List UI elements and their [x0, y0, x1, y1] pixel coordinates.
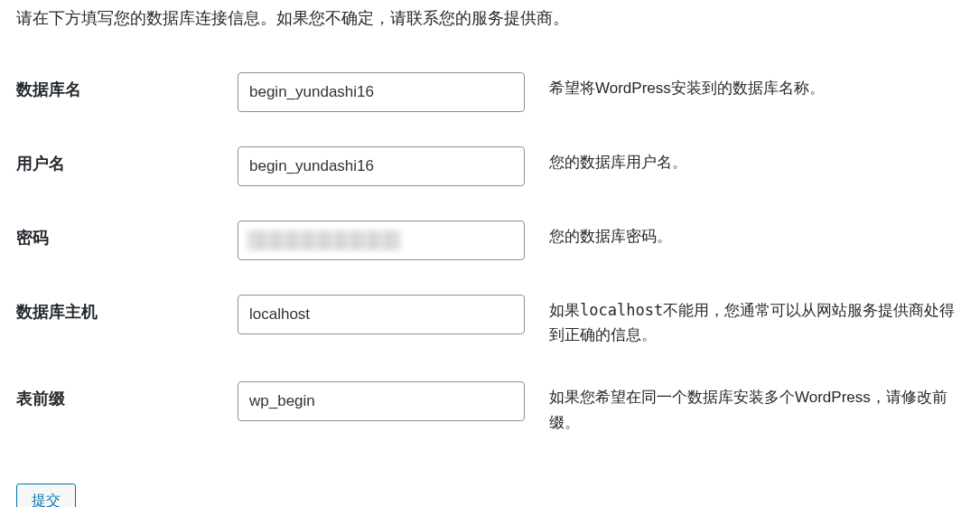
password-input[interactable] [238, 221, 525, 260]
dbhost-label: 数据库主机 [16, 287, 238, 374]
prefix-label: 表前缀 [16, 374, 238, 461]
username-label: 用户名 [16, 139, 238, 213]
dbname-input[interactable] [238, 72, 525, 112]
dbname-label: 数据库名 [16, 65, 238, 139]
dbhost-input[interactable] [238, 295, 525, 334]
password-description: 您的数据库密码。 [549, 213, 964, 287]
submit-button[interactable]: 提交 [16, 484, 76, 507]
prefix-input[interactable] [238, 381, 525, 421]
intro-text: 请在下方填写您的数据库连接信息。如果您不确定，请联系您的服务提供商。 [16, 7, 964, 29]
dbname-description: 希望将WordPress安装到的数据库名称。 [549, 65, 964, 139]
dbhost-description: 如果localhost不能用，您通常可以从网站服务提供商处得到正确的信息。 [549, 287, 964, 374]
username-input[interactable] [238, 146, 525, 186]
prefix-description: 如果您希望在同一个数据库安装多个WordPress，请修改前缀。 [549, 374, 964, 461]
password-label: 密码 [16, 213, 238, 287]
username-description: 您的数据库用户名。 [549, 139, 964, 213]
db-config-form: 数据库名 希望将WordPress安装到的数据库名称。 用户名 您的数据库用户名… [16, 65, 964, 462]
